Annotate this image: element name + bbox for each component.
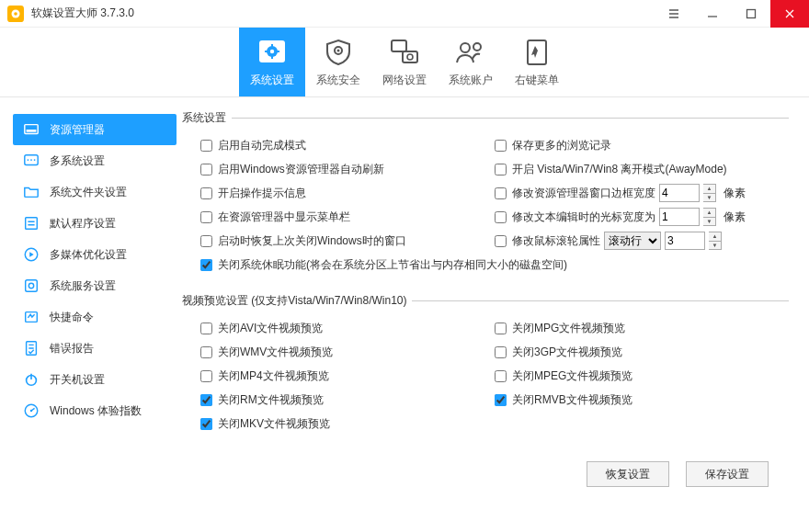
chk-disable-3gp[interactable]: 关闭3GP文件视频预览 bbox=[495, 345, 622, 360]
app-logo-icon bbox=[7, 6, 24, 22]
sidebar: 资源管理器 多系统设置 系统文件夹设置 默认程序设置 多媒体优化设置 系统服务设… bbox=[0, 97, 177, 532]
wheel-lines-spinner[interactable]: ▲▼ bbox=[709, 232, 722, 250]
chk-show-menubar[interactable]: 在资源管理器中显示菜单栏 bbox=[200, 209, 350, 225]
svg-rect-13 bbox=[392, 40, 406, 51]
svg-point-12 bbox=[337, 50, 340, 52]
cursor-width-spinner[interactable]: ▲▼ bbox=[703, 208, 716, 226]
svg-point-17 bbox=[473, 43, 481, 51]
titlebar: 软媒设置大师 3.7.3.0 bbox=[0, 0, 809, 28]
svg-rect-9 bbox=[265, 51, 268, 52]
sidebar-item-label: 系统文件夹设置 bbox=[50, 185, 127, 200]
sidebar-item-shortcuts[interactable]: 快捷命令 bbox=[13, 301, 177, 333]
chk-disable-mpg[interactable]: 关闭MPG文件视频预览 bbox=[495, 321, 625, 336]
cursor-width-input[interactable] bbox=[659, 208, 700, 226]
network-icon bbox=[385, 36, 424, 69]
top-tabbar: 系统设置 系统安全 网络设置 系统账户 右键菜单 bbox=[0, 28, 809, 97]
menu-button[interactable] bbox=[655, 0, 693, 28]
sidebar-item-defaultprog[interactable]: 默认程序设置 bbox=[13, 208, 177, 239]
svg-rect-29 bbox=[26, 312, 38, 323]
group-video-preview: 视频预览设置 (仅支持Vista/Win7/Win8/Win10) 关闭AVI文… bbox=[182, 293, 789, 439]
folder-icon bbox=[22, 183, 40, 201]
chk-away-mode[interactable]: 开启 Vista/Win7/Win8 离开模式(AwayMode) bbox=[495, 162, 727, 177]
chk-disable-mpeg[interactable]: 关闭MPEG文件视频预览 bbox=[495, 368, 632, 384]
sidebar-item-label: Windows 体验指数 bbox=[50, 403, 142, 419]
sidebar-item-label: 快捷命令 bbox=[50, 310, 94, 325]
svg-rect-19 bbox=[25, 125, 38, 134]
tab-network-settings[interactable]: 网络设置 bbox=[371, 28, 438, 96]
sidebar-item-sysfolders[interactable]: 系统文件夹设置 bbox=[13, 176, 177, 208]
tab-label: 系统设置 bbox=[250, 73, 294, 88]
chk-tooltips[interactable]: 开启操作提示信息 bbox=[200, 186, 306, 201]
sidebar-item-label: 错误报告 bbox=[50, 341, 94, 357]
tab-system-security[interactable]: 系统安全 bbox=[305, 28, 371, 96]
chk-explorer-refresh[interactable]: 启用Windows资源管理器自动刷新 bbox=[200, 162, 384, 177]
chk-border-width[interactable]: 修改资源管理器窗口边框宽度 bbox=[495, 186, 655, 201]
svg-rect-25 bbox=[26, 218, 38, 230]
sidebar-item-label: 默认程序设置 bbox=[50, 216, 116, 232]
content-area: 系统设置 启用自动完成模式 保存更多的浏览记录 启用Windows资源管理器自动… bbox=[177, 97, 809, 532]
group-legend: 系统设置 bbox=[182, 110, 232, 126]
app-title: 软媒设置大师 3.7.3.0 bbox=[31, 6, 134, 21]
chk-autocomplete[interactable]: 启用自动完成模式 bbox=[200, 138, 306, 153]
unit-label: 像素 bbox=[724, 186, 746, 201]
sidebar-item-power[interactable]: 开关机设置 bbox=[13, 364, 177, 395]
chk-disable-mp4[interactable]: 关闭MP4文件视频预览 bbox=[200, 368, 329, 384]
sidebar-item-multiboot[interactable]: 多系统设置 bbox=[13, 145, 177, 176]
svg-point-22 bbox=[28, 159, 29, 161]
svg-rect-8 bbox=[271, 56, 273, 59]
wheel-mode-select[interactable]: 滚动行 bbox=[604, 232, 661, 250]
unit-label: 像素 bbox=[724, 209, 746, 225]
group-system-settings: 系统设置 启用自动完成模式 保存更多的浏览记录 启用Windows资源管理器自动… bbox=[182, 110, 789, 280]
sidebar-item-errorreport[interactable]: 错误报告 bbox=[13, 333, 177, 364]
chk-disable-avi[interactable]: 关闭AVI文件视频预览 bbox=[200, 321, 323, 336]
sidebar-item-label: 多媒体优化设置 bbox=[50, 247, 127, 263]
checklist-icon bbox=[22, 214, 40, 232]
svg-point-15 bbox=[407, 54, 413, 60]
maximize-button[interactable] bbox=[732, 0, 770, 28]
save-button[interactable]: 保存设置 bbox=[686, 461, 769, 487]
close-button[interactable] bbox=[770, 0, 809, 28]
tab-label: 系统账户 bbox=[449, 73, 493, 88]
group-legend: 视频预览设置 (仅支持Vista/Win7/Win8/Win10) bbox=[182, 293, 412, 309]
sidebar-item-label: 资源管理器 bbox=[50, 122, 105, 138]
svg-point-24 bbox=[34, 159, 36, 161]
wheel-lines-input[interactable] bbox=[665, 232, 705, 250]
tab-system-account[interactable]: 系统账户 bbox=[438, 28, 504, 96]
sidebar-item-explorer[interactable]: 资源管理器 bbox=[13, 114, 177, 145]
settings-gear-icon bbox=[253, 36, 291, 69]
chk-disable-rmvb[interactable]: 关闭RMVB文件视频预览 bbox=[495, 392, 632, 408]
sidebar-item-services[interactable]: 系统服务设置 bbox=[13, 270, 177, 301]
svg-point-28 bbox=[28, 283, 33, 288]
border-width-input[interactable] bbox=[659, 184, 700, 202]
sidebar-item-label: 多系统设置 bbox=[50, 153, 105, 169]
chk-save-history[interactable]: 保存更多的浏览记录 bbox=[495, 138, 611, 153]
svg-rect-14 bbox=[403, 51, 417, 62]
chk-mouse-wheel[interactable]: 修改鼠标滚轮属性 bbox=[495, 233, 600, 249]
gauge-icon bbox=[22, 402, 40, 420]
chk-disable-rm[interactable]: 关闭RM文件视频预览 bbox=[200, 392, 324, 408]
chk-cursor-width[interactable]: 修改文本编辑时的光标宽度为 bbox=[495, 209, 655, 225]
chk-disable-hibernate[interactable]: 关闭系统休眠功能(将会在系统分区上节省出与内存相同大小的磁盘空间) bbox=[200, 257, 567, 273]
chk-disable-mkv[interactable]: 关闭MKV文件视频预览 bbox=[200, 416, 330, 432]
svg-point-6 bbox=[270, 50, 274, 53]
restore-button[interactable]: 恢复设置 bbox=[587, 461, 669, 487]
power-icon bbox=[22, 370, 40, 389]
svg-rect-10 bbox=[277, 51, 279, 52]
svg-point-16 bbox=[461, 43, 470, 52]
tab-label: 网络设置 bbox=[382, 73, 427, 88]
chk-disable-wmv[interactable]: 关闭WMV文件视频预览 bbox=[200, 345, 333, 360]
svg-point-33 bbox=[30, 410, 33, 413]
context-menu-icon bbox=[518, 36, 556, 69]
tab-system-settings[interactable]: 系统设置 bbox=[239, 28, 305, 96]
sidebar-item-multimedia[interactable]: 多媒体优化设置 bbox=[13, 239, 177, 270]
chk-restore-windows[interactable]: 启动时恢复上次关闭Windows时的窗口 bbox=[200, 233, 406, 249]
minimize-button[interactable] bbox=[693, 0, 732, 28]
services-icon bbox=[22, 277, 40, 295]
svg-point-23 bbox=[30, 159, 32, 161]
border-width-spinner[interactable]: ▲▼ bbox=[703, 184, 716, 202]
tab-context-menu[interactable]: 右键菜单 bbox=[504, 28, 570, 96]
sidebar-item-wei[interactable]: Windows 体验指数 bbox=[13, 395, 177, 426]
sidebar-item-label: 开关机设置 bbox=[50, 372, 105, 388]
svg-rect-3 bbox=[747, 9, 756, 17]
svg-rect-20 bbox=[27, 130, 37, 132]
